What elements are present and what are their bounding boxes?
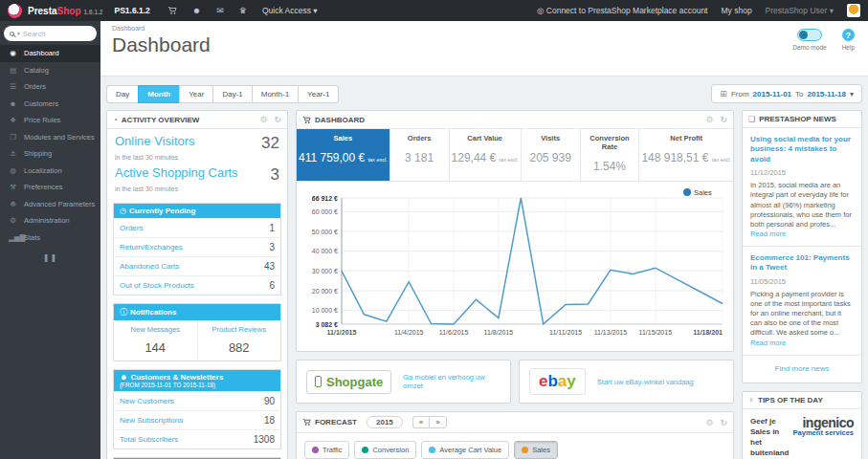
forecast-year: 2015 <box>367 416 403 428</box>
metric-cart-value[interactable]: Cart Value129,44 € tax excl. <box>450 129 522 181</box>
avatar[interactable] <box>847 4 860 17</box>
range-month-button[interactable]: Month <box>138 85 179 103</box>
product-reviews-link[interactable]: Product Reviews <box>200 325 279 334</box>
metric-net-profit[interactable]: Net Profit148 918,51 € tax excl. <box>639 129 733 181</box>
article-title-link[interactable]: Using social media for your business: 4 … <box>750 135 854 164</box>
svg-text:20 000 €: 20 000 € <box>312 288 338 295</box>
breadcrumb[interactable]: Dashboard <box>112 25 857 32</box>
new-subscriptions-link[interactable]: New Subscriptions <box>120 416 183 425</box>
abandoned-carts-link[interactable]: Abandoned Carts <box>120 262 179 271</box>
svg-text:11/1/2015: 11/1/2015 <box>327 329 357 336</box>
section-subtitle: (FROM 2015-11-01 TO 2015-11-18) <box>120 382 275 388</box>
trophy-icon[interactable]: ♛ <box>239 6 247 15</box>
sidebar-item-label: Advanced Parameters <box>24 200 95 208</box>
sidebar-item-catalog[interactable]: ▤Catalog <box>0 62 100 79</box>
my-shop-link[interactable]: My shop <box>721 6 751 15</box>
marketplace-link[interactable]: ◎ Connect to PrestaShop Marketplace acco… <box>537 6 707 15</box>
gear-icon[interactable]: ⚙ <box>705 418 713 427</box>
search-icon <box>10 32 14 36</box>
refresh-icon[interactable]: ↻ <box>720 115 727 124</box>
activity-overview-panel: ◔ ACTIVITY OVERVIEW ⚙↻ Online Visitors32… <box>106 110 288 459</box>
sidebar-item-label: Catalog <box>24 66 49 75</box>
pending-returns-link[interactable]: Return/Exchanges <box>120 243 183 251</box>
pending-orders-link[interactable]: Orders <box>120 224 143 232</box>
sidebar-item-stats[interactable]: ▂▅▇Stats <box>0 230 100 247</box>
online-visitors-value: 32 <box>261 134 279 153</box>
metric-orders[interactable]: Orders3 181 <box>390 129 450 181</box>
article-excerpt: In 2015, social media are an integral pa… <box>750 181 852 229</box>
sidebar-item-customers[interactable]: ☻Customers <box>0 96 100 113</box>
ebay-letter: y <box>567 372 575 390</box>
sidebar-item-orders[interactable]: ☰Orders <box>0 78 100 96</box>
svg-text:50 000 €: 50 000 € <box>312 229 338 235</box>
sidebar-item-advanced-parameters[interactable]: ☸Advanced Parameters <box>0 196 100 213</box>
sidebar-search[interactable]: ▾ <box>4 26 97 41</box>
svg-text:Sales: Sales <box>694 188 712 197</box>
out-of-stock-link[interactable]: Out of Stock Products <box>120 281 194 290</box>
sidebar-item-label: Dashboard <box>24 49 59 57</box>
customers-quick-icon[interactable]: ☻ <box>192 6 201 15</box>
new-messages-link[interactable]: New Messages <box>116 325 195 334</box>
range-month-1-button[interactable]: Month-1 <box>252 85 298 103</box>
sidebar-item-modules[interactable]: ❒Modules and Services <box>0 129 100 146</box>
shopgate-logo: Shopgate <box>306 370 391 394</box>
active-carts-link[interactable]: Active Shopping Carts <box>115 165 238 180</box>
cart-icon[interactable] <box>167 6 177 15</box>
shopgate-link[interactable]: Ga mobiel en verhoog uw omzet <box>403 373 501 390</box>
read-more-link[interactable]: Read more <box>750 339 786 347</box>
sidebar-collapse-button[interactable]: ❚❚ <box>0 253 100 262</box>
chevron-down-icon: ▾ <box>850 90 854 98</box>
filter-sales-button[interactable]: Sales <box>514 441 558 459</box>
gear-icon[interactable]: ⚙ <box>705 115 713 124</box>
sidebar-item-administration[interactable]: ⚙Administration <box>0 212 100 230</box>
svg-text:40 000 €: 40 000 € <box>312 248 338 254</box>
range-day-1-button[interactable]: Day-1 <box>212 85 251 103</box>
refresh-icon[interactable]: ↻ <box>274 115 281 124</box>
metric-conversion-rate[interactable]: Conversion Rate1.54% <box>581 129 640 181</box>
localization-icon: ◍ <box>9 166 17 175</box>
forecast-next-button[interactable]: » <box>429 416 446 428</box>
online-visitors-link[interactable]: Online Visitors <box>115 134 195 148</box>
sidebar-item-dashboard[interactable]: ◉Dashboard <box>0 45 100 62</box>
filter-conversion-button[interactable]: Conversion <box>354 441 416 459</box>
sidebar-item-localization[interactable]: ◍Localization <box>0 163 100 180</box>
forecast-panel: FORECAST 2015 «» ⚙↻ Traffic Conversion A… <box>296 411 734 459</box>
refresh-icon[interactable]: ↻ <box>720 418 727 427</box>
gear-icon[interactable]: ⚙ <box>259 115 267 124</box>
article-title-link[interactable]: Ecommerce 101: Payments in a Tweet <box>750 253 854 273</box>
top-bar: PrestaShop1.6.1.2 PS1.6.1.2 ☻ ✉ ♛ Quick … <box>0 0 868 21</box>
range-year-1-button[interactable]: Year-1 <box>298 85 339 103</box>
user-menu-label: PrestaShop User <box>766 6 828 15</box>
help-button[interactable]: ? <box>842 29 855 41</box>
demo-mode-toggle[interactable] <box>797 29 822 41</box>
new-messages-value: 144 <box>116 340 195 355</box>
from-date: 2015-11-01 <box>753 90 791 98</box>
sidebar-item-preferences[interactable]: ⚒Preferences <box>0 179 100 196</box>
filter-average-cart-value-button[interactable]: Average Cart Value <box>421 441 509 459</box>
new-customers-link[interactable]: New Customers <box>120 397 174 405</box>
user-menu[interactable]: PrestaShop User ▾ <box>766 6 834 15</box>
date-range-picker[interactable]: ⊞ From2015-11-01 To2015-11-18 ▾ <box>711 84 862 103</box>
sidebar-item-label: Customers <box>24 99 58 108</box>
range-day-button[interactable]: Day <box>106 85 138 103</box>
forecast-prev-button[interactable]: « <box>412 416 429 428</box>
sidebar-item-price-rules[interactable]: ❖Price Rules <box>0 112 100 129</box>
total-subscribers-link[interactable]: Total Subscribers <box>120 435 178 444</box>
range-year-button[interactable]: Year <box>179 85 212 103</box>
metric-sales[interactable]: Sales411 759,00 € tax excl. <box>297 129 390 181</box>
filter-traffic-button[interactable]: Traffic <box>304 441 349 459</box>
sidebar-item-shipping[interactable]: ⚓Shipping <box>0 145 100 163</box>
metric-label: Sales <box>299 134 388 142</box>
read-more-link[interactable]: Read more <box>750 230 786 238</box>
chevron-down-icon[interactable]: ▾ <box>17 31 20 36</box>
find-more-news-link[interactable]: Find more news <box>743 356 861 382</box>
metric-visits[interactable]: Visits205 939 <box>522 129 581 181</box>
new-messages-cell: New Messages144 <box>114 320 197 361</box>
conversion-dot-icon <box>362 447 368 453</box>
svg-text:11/4/2015: 11/4/2015 <box>394 329 424 336</box>
messages-icon[interactable]: ✉ <box>216 6 224 15</box>
ebay-link[interactable]: Start uw eBay-winkel vandaag <box>597 378 694 386</box>
quick-access-menu[interactable]: Quick Access ▾ <box>262 6 318 15</box>
search-input[interactable] <box>23 30 76 38</box>
brand-version: 1.6.1.2 <box>84 9 103 15</box>
